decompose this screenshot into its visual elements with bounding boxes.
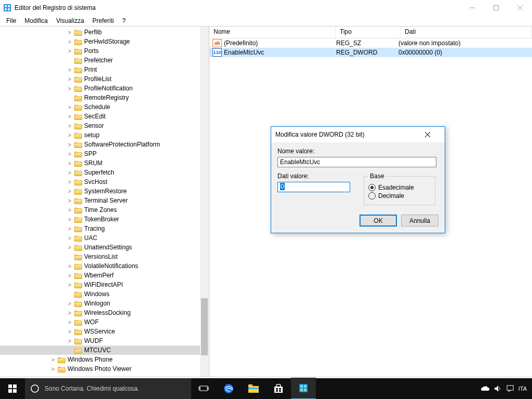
tree-item[interactable]: VersionsList — [0, 252, 209, 261]
tree-item[interactable]: >ProfileNotification — [0, 84, 209, 93]
expand-icon[interactable]: > — [66, 207, 73, 213]
tree-scrollbar[interactable] — [200, 26, 209, 377]
minimize-button[interactable] — [460, 0, 484, 16]
expand-icon[interactable]: > — [66, 38, 73, 45]
scroll-thumb[interactable] — [201, 298, 208, 355]
radio-hex[interactable]: Esadecimale — [368, 184, 431, 191]
expand-icon[interactable]: > — [66, 76, 73, 82]
expand-icon[interactable]: > — [66, 282, 73, 288]
expand-icon[interactable]: > — [66, 225, 73, 232]
tray-language[interactable]: ITA — [518, 385, 527, 392]
col-data[interactable]: Dati — [401, 26, 532, 38]
taskbar-regedit[interactable] — [291, 378, 316, 399]
list-row[interactable]: ab(Predefinito)REG_SZ(valore non imposta… — [209, 38, 532, 48]
expand-icon[interactable]: > — [66, 300, 73, 307]
tree-item[interactable]: >Windows Photo Viewer — [0, 364, 209, 374]
expand-icon[interactable]: > — [66, 160, 73, 166]
menu-help[interactable]: ? — [118, 16, 130, 25]
tree-item[interactable]: >UnattendSettings — [0, 243, 209, 252]
tree-item[interactable]: >ProfileList — [0, 74, 209, 84]
tree-item[interactable]: >WiFiDirectAPI — [0, 280, 209, 289]
expand-icon[interactable]: > — [66, 328, 73, 335]
expand-icon[interactable]: > — [66, 48, 73, 54]
tree-item[interactable]: Windows — [0, 289, 209, 299]
tree-item[interactable]: >Superfetch — [0, 168, 209, 177]
expand-icon[interactable]: > — [66, 104, 73, 110]
tree-item[interactable]: >SPP — [0, 149, 209, 158]
tree-item[interactable]: MTCUVC — [0, 345, 209, 355]
tray-volume-icon[interactable] — [494, 384, 502, 393]
tree-item[interactable]: >PerHwIdStorage — [0, 37, 209, 46]
expand-icon[interactable]: > — [66, 272, 73, 278]
expand-icon[interactable]: > — [66, 338, 73, 344]
ok-button[interactable]: OK — [360, 215, 397, 227]
expand-icon[interactable]: > — [66, 141, 73, 148]
menu-edit[interactable]: Modifica — [20, 16, 52, 25]
taskbar-store[interactable] — [266, 378, 291, 399]
expand-icon[interactable]: > — [66, 123, 73, 129]
col-name[interactable]: Nome — [209, 26, 336, 38]
menu-favorites[interactable]: Preferiti — [88, 16, 118, 25]
expand-icon[interactable]: > — [66, 319, 73, 325]
expand-icon[interactable]: > — [66, 216, 73, 222]
tree-item[interactable]: >WOF — [0, 317, 209, 327]
taskbar-edge[interactable] — [216, 378, 241, 399]
tree-item[interactable]: >WSService — [0, 327, 209, 336]
expand-icon[interactable]: > — [66, 132, 73, 138]
name-input[interactable] — [277, 157, 436, 167]
tree-item[interactable]: >Sensor — [0, 121, 209, 130]
tree-item[interactable]: >Print — [0, 65, 209, 74]
tree-item[interactable]: >TokenBroker — [0, 215, 209, 224]
close-button[interactable] — [508, 0, 532, 16]
tree-item[interactable]: >Tracing — [0, 224, 209, 233]
start-button[interactable] — [0, 378, 25, 399]
expand-icon[interactable]: > — [66, 29, 73, 35]
tree-item[interactable]: >Ports — [0, 46, 209, 56]
expand-icon[interactable]: > — [66, 179, 73, 185]
tree-item[interactable]: >WbemPerf — [0, 271, 209, 280]
tree-item[interactable]: >WirelessDocking — [0, 308, 209, 317]
tree-item[interactable]: >Terminal Server — [0, 196, 209, 205]
tree-item[interactable]: >Schedule — [0, 102, 209, 112]
expand-icon[interactable]: > — [66, 244, 73, 250]
tree-item[interactable]: >Winlogon — [0, 299, 209, 308]
menu-file[interactable]: File — [2, 16, 20, 25]
expand-icon[interactable]: > — [66, 151, 73, 157]
tree-item[interactable]: >SoftwareProtectionPlatform — [0, 140, 209, 149]
expand-icon[interactable]: > — [66, 235, 73, 241]
expand-icon[interactable]: > — [66, 310, 73, 316]
expand-icon[interactable]: > — [50, 366, 56, 372]
expand-icon[interactable]: > — [66, 66, 73, 73]
tree-item[interactable]: Prefetcher — [0, 56, 209, 65]
task-view-button[interactable] — [191, 378, 216, 399]
radio-dec[interactable]: Decimale — [368, 192, 431, 200]
menu-view[interactable]: Visualizza — [52, 16, 88, 25]
tree-item[interactable]: >Perflib — [0, 28, 209, 37]
tree-item[interactable]: RemoteRegistry — [0, 93, 209, 102]
expand-icon[interactable]: > — [66, 197, 73, 204]
tree-item[interactable]: >SvcHost — [0, 177, 209, 187]
onedrive-icon[interactable] — [481, 384, 489, 393]
expand-icon[interactable]: > — [66, 85, 73, 91]
expand-icon[interactable]: > — [66, 263, 73, 269]
data-input[interactable]: 0 — [277, 182, 350, 192]
tree-item[interactable]: >UAC — [0, 233, 209, 243]
taskbar-explorer[interactable] — [241, 378, 266, 399]
tree-item[interactable]: >SRUM — [0, 158, 209, 168]
tree-item[interactable]: >Time Zones — [0, 205, 209, 215]
tree-item[interactable]: >VolatileNotifications — [0, 261, 209, 271]
tree-item[interactable]: >setup — [0, 130, 209, 140]
dialog-close-button[interactable] — [425, 132, 441, 138]
expand-icon[interactable]: > — [66, 169, 73, 176]
cortana-search[interactable]: Sono Cortana. Chiedimi qualcosa. — [25, 378, 191, 399]
tree-item[interactable]: >Windows Phone — [0, 355, 209, 364]
cancel-button[interactable]: Annulla — [401, 215, 438, 227]
maximize-button[interactable] — [484, 0, 508, 16]
expand-icon[interactable]: > — [66, 188, 73, 194]
col-type[interactable]: Tipo — [336, 26, 401, 38]
action-center-icon[interactable] — [506, 384, 514, 393]
tree-item[interactable]: >SecEdit — [0, 112, 209, 121]
list-row[interactable]: 110EnableMtcUvcREG_DWORD0x00000000 (0) — [209, 48, 532, 57]
tree-item[interactable]: >SystemRestore — [0, 187, 209, 196]
tree-item[interactable]: >WUDF — [0, 336, 209, 345]
